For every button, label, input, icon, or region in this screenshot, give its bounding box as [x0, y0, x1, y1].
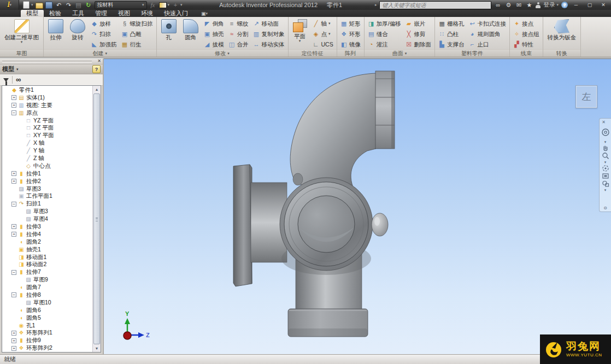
tree-item-YZ 平面[interactable]: □YZ 平面 — [2, 117, 92, 125]
button-接点组[interactable]: ✧接点组 — [512, 29, 541, 39]
pan-hand-icon[interactable] — [600, 144, 611, 152]
material-combo[interactable]: 按材料 ▾ — [95, 1, 147, 9]
group-label-创建[interactable]: 创建▾ — [44, 49, 156, 57]
button-凸雕[interactable]: ▣凸雕 — [120, 29, 155, 39]
undo-icon[interactable]: ↶ — [55, 2, 63, 9]
save-icon[interactable] — [45, 2, 53, 9]
tab-快速入门[interactable]: 快速入门 — [158, 10, 193, 17]
appearance-swatch-icon[interactable] — [159, 2, 167, 9]
account-person-icon[interactable] — [536, 2, 540, 8]
tree-item-工作平面1[interactable]: ▣工作平面1 — [2, 192, 92, 200]
favorites-star-icon[interactable]: ★ — [525, 2, 533, 9]
login-link[interactable]: 登录 — [543, 1, 555, 9]
tree-item-拉伸1[interactable]: +▮拉伸1 — [2, 170, 92, 178]
tab-模型[interactable]: 模型 — [21, 10, 44, 17]
button-删除面[interactable]: ☒删除面 — [404, 39, 433, 49]
fx-parameters-icon[interactable]: fx — [149, 2, 157, 9]
zoom-magnifier-icon[interactable] — [600, 152, 611, 160]
button-拉伸[interactable]: 拉伸 — [45, 18, 66, 49]
tree-item-环形阵列1[interactable]: +❖环形阵列1 — [2, 330, 92, 337]
tree-item-移动面2[interactable]: ◨移动面2 — [2, 261, 92, 268]
open-folder-icon[interactable] — [36, 2, 43, 9]
tree-item-零件1[interactable]: ◆零件1 — [2, 86, 92, 94]
button-点[interactable]: ◈点▾ — [311, 29, 335, 39]
tree-item-实体(1)[interactable]: +▤实体(1) — [2, 94, 92, 102]
expander-icon[interactable]: + — [11, 232, 16, 237]
button-创建二维草图[interactable]: 创建二维草图▾ — [2, 18, 42, 49]
update-icon[interactable]: ↻ — [85, 2, 92, 9]
button-环形[interactable]: ❖环形 — [339, 29, 362, 39]
tree-item-圆角5[interactable]: ◖圆角5 — [2, 314, 92, 322]
button-合并[interactable]: ◫合并 — [227, 39, 250, 49]
chevron-right-icon[interactable]: ▸ — [375, 3, 377, 7]
browser-header[interactable]: 模型 ▾ ? — [0, 64, 103, 74]
group-label-修改[interactable]: 修改▾ — [157, 49, 288, 57]
button-止口[interactable]: ⌐止口 — [467, 39, 508, 49]
graphics-viewport[interactable]: 左 ✕ ▾ ▾ ▾ ⊖ — [104, 58, 611, 354]
button-矩形[interactable]: ▦矩形 — [339, 19, 362, 29]
tree-item-XY 平面[interactable]: □XY 平面 — [2, 132, 92, 139]
chevron-down-icon[interactable]: ▾ — [600, 139, 611, 144]
panels-menu-button[interactable]: ▣ ▾ — [201, 10, 208, 17]
button-转换为钣金[interactable]: 转换为钣金 — [545, 18, 579, 49]
button-放样[interactable]: ◆放样 — [89, 19, 119, 29]
view-shapes-icon[interactable] — [600, 180, 611, 187]
button-镜像[interactable]: ◧镜像 — [339, 39, 362, 49]
button-孔[interactable]: 孔 — [158, 18, 179, 49]
tree-item-圆角2[interactable]: ◖圆角2 — [2, 238, 92, 246]
tree-item-原点[interactable]: −▥原点 — [2, 109, 92, 117]
button-栅格孔[interactable]: ▦栅格孔 — [437, 19, 466, 29]
view-cube[interactable]: 左 — [575, 85, 597, 108]
tree-item-Y 轴[interactable]: ╱Y 轴 — [2, 147, 92, 155]
scrollbar-thumb[interactable] — [93, 93, 100, 344]
tab-管理[interactable]: 管理 — [90, 10, 113, 17]
search-binoculars-icon[interactable]: ∞ — [494, 2, 502, 9]
button-嵌片[interactable]: ▰嵌片 — [404, 19, 433, 29]
close-icon[interactable]: ✕ — [97, 58, 101, 64]
tab-检验[interactable]: 检验 — [44, 10, 67, 17]
button-卡扣式连接[interactable]: ↩卡扣式连接 — [467, 19, 508, 29]
help-icon[interactable]: ? — [561, 2, 568, 8]
tree-item-草图3[interactable]: ▨草图3 — [2, 208, 92, 215]
button-圆角[interactable]: 圆角 — [180, 18, 201, 49]
expander-icon[interactable]: − — [11, 292, 16, 297]
expander-icon[interactable]: + — [11, 103, 16, 108]
expander-icon[interactable]: − — [11, 270, 16, 275]
tree-item-拉伸8[interactable]: −▮拉伸8 — [2, 291, 92, 299]
tree-item-拉伸9[interactable]: +▮拉伸9 — [2, 337, 92, 344]
tree-item-草图10[interactable]: ▨草图10 — [2, 299, 92, 307]
button-拔模[interactable]: ◢拔模 — [202, 39, 226, 49]
full-navigation-wheel-icon[interactable] — [600, 125, 611, 139]
help-icon[interactable]: ? — [92, 65, 101, 73]
tree-scrollbar[interactable]: ▲ ▼ — [92, 86, 101, 352]
tree-item-拉伸4[interactable]: +▮拉伸4 — [2, 231, 92, 238]
button-移动面[interactable]: ↗移动面 — [251, 19, 286, 29]
add-icon[interactable]: + — [172, 2, 179, 9]
application-menu-button[interactable]: I ▾ — [0, 0, 19, 10]
chevron-down-icon[interactable]: ▾ — [556, 3, 559, 7]
button-螺纹[interactable]: ≡螺纹 — [227, 19, 250, 29]
wrench-icon[interactable]: ⚙ — [504, 2, 512, 9]
chevron-down-icon[interactable]: ▾ — [600, 187, 611, 192]
button-衍生[interactable]: ▦衍生 — [120, 39, 155, 49]
find-binoculars-icon[interactable]: ∞ — [16, 76, 21, 84]
new-document-icon[interactable] — [22, 2, 30, 9]
close-icon[interactable]: ✕ — [598, 2, 609, 9]
tree-item-圆角6[interactable]: ◖圆角6 — [2, 307, 92, 314]
tree-item-X 轴[interactable]: ╱X 轴 — [2, 139, 92, 147]
tree-item-XZ 平面[interactable]: □XZ 平面 — [2, 124, 92, 132]
tree-item-抽壳1[interactable]: ▣抽壳1 — [2, 246, 92, 254]
expander-icon[interactable]: + — [11, 224, 16, 229]
tree-item-移动面1[interactable]: ◨移动面1 — [2, 254, 92, 261]
button-凸柱[interactable]: ∷凸柱 — [437, 29, 466, 39]
button-特性[interactable]: ▞特性 — [512, 39, 541, 49]
tree-item-孔1[interactable]: ◉孔1 — [2, 322, 92, 330]
expander-icon[interactable]: + — [11, 331, 16, 336]
chevron-down-icon[interactable]: ▾ — [168, 3, 170, 7]
scroll-down-icon[interactable]: ▼ — [93, 345, 101, 352]
print-icon[interactable]: ▤ — [75, 2, 83, 9]
button-螺旋扫掠[interactable]: §螺旋扫掠 — [120, 19, 155, 29]
look-at-face-icon[interactable] — [600, 172, 611, 180]
button-UCS[interactable]: ∟UCS — [311, 39, 335, 49]
button-支撑台[interactable]: ▙支撑台 — [437, 39, 466, 49]
